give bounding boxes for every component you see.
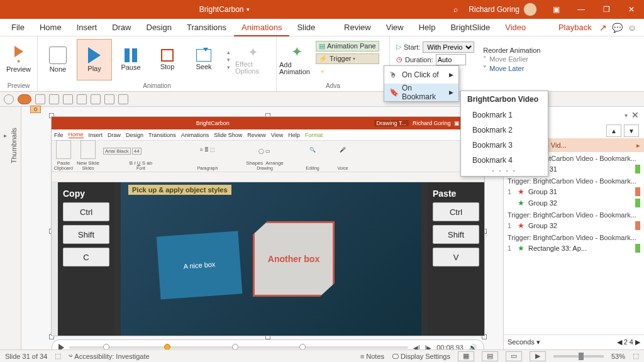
embed-qat bbox=[52, 172, 484, 182]
normal-view-icon[interactable]: ▦ bbox=[458, 351, 474, 361]
qat-item[interactable] bbox=[91, 94, 101, 104]
key-v: V bbox=[433, 248, 479, 266]
anim-play[interactable]: Play bbox=[77, 39, 112, 80]
pane-close-icon[interactable]: ✕ bbox=[631, 110, 639, 120]
animation-item[interactable]: 1★Rectangle 33: Ap... bbox=[504, 243, 644, 254]
paste-keys-panel: Paste Ctrl Shift V bbox=[428, 182, 484, 336]
qat-item[interactable] bbox=[118, 94, 128, 104]
accessibility-button[interactable]: ༄ Accessibility: Investigate bbox=[69, 353, 149, 360]
zoom-level[interactable]: 53% bbox=[611, 353, 625, 360]
trigger-button[interactable]: ⚡Trigger▾ bbox=[316, 53, 379, 64]
search-icon[interactable]: ⌕ bbox=[448, 5, 462, 14]
display-settings-button[interactable]: 🖵 Display Settings bbox=[392, 353, 450, 360]
key-c: C bbox=[63, 248, 109, 266]
bookmark-2[interactable]: Bookmark 2 bbox=[461, 123, 548, 138]
anim-seek[interactable]: Seek bbox=[186, 39, 221, 80]
slideshow-view-icon[interactable]: ▶ bbox=[530, 351, 546, 361]
tab-transitions[interactable]: Transitions bbox=[179, 19, 234, 36]
move-up-button[interactable]: ▲ bbox=[606, 124, 621, 137]
move-later[interactable]: ˅Move Later bbox=[483, 65, 540, 73]
animation-painter[interactable]: ✦ bbox=[316, 66, 379, 79]
bookmark-4[interactable]: Bookmark 4 bbox=[461, 153, 548, 168]
duration-input[interactable] bbox=[436, 54, 466, 65]
tab-playback[interactable]: Playback bbox=[551, 19, 599, 36]
another-box-shape[interactable]: Another box bbox=[253, 221, 335, 297]
qat-item[interactable] bbox=[63, 94, 73, 104]
slide-canvas[interactable]: 0 BrightCarbon Drawing T... Richard Gori… bbox=[21, 107, 503, 349]
key-ctrl: Ctrl bbox=[63, 202, 109, 221]
start-select[interactable]: With Previous bbox=[423, 41, 474, 53]
qat-item[interactable] bbox=[104, 94, 114, 104]
sorter-view-icon[interactable]: ▤ bbox=[482, 351, 498, 361]
embed-ribbon: PasteClipboard New SlideSlides Arial Bla… bbox=[52, 141, 484, 172]
tab-insert[interactable]: Insert bbox=[69, 19, 105, 36]
bookmark-header: BrightCarbon Video bbox=[461, 91, 548, 107]
anim-pause[interactable]: Pause bbox=[113, 39, 148, 80]
fit-to-window-icon[interactable]: ⬚ bbox=[633, 352, 639, 360]
animation-pane-button[interactable]: ▤Animation Pane bbox=[316, 41, 379, 52]
timeline-nav[interactable]: ◀ 2 4 ▶ bbox=[617, 338, 640, 346]
slide-tag: 0 bbox=[30, 106, 41, 113]
trigger-on-bookmark[interactable]: 🔖On Bookmark▶ bbox=[384, 84, 458, 101]
share-icon[interactable]: ↗ bbox=[599, 23, 607, 33]
add-animation[interactable]: ✦Add Animation bbox=[279, 39, 314, 80]
minimize-icon[interactable]: — bbox=[569, 0, 594, 19]
tab-review[interactable]: Review bbox=[336, 19, 379, 36]
preview-button[interactable]: ★Preview bbox=[3, 39, 35, 80]
thumbnails-panel[interactable]: Thumbnails ▸ bbox=[0, 107, 21, 349]
animation-item[interactable]: 1★Group 32 bbox=[504, 220, 644, 231]
key-shift: Shift bbox=[63, 225, 109, 244]
restore-icon[interactable]: ❐ bbox=[594, 0, 619, 19]
document-title[interactable]: BrightCarbon▾ bbox=[197, 5, 252, 14]
tab-draw[interactable]: Draw bbox=[104, 19, 138, 36]
ribbon: ★Preview Preview None Play Pause Stop Se… bbox=[0, 36, 644, 92]
move-down-button[interactable]: ▼ bbox=[624, 124, 639, 137]
tab-home[interactable]: Home bbox=[32, 19, 69, 36]
close-icon[interactable]: ✕ bbox=[619, 0, 644, 19]
group-label-advanced: Adva bbox=[279, 81, 387, 91]
avatar bbox=[523, 3, 537, 16]
group-label-animation: Animation bbox=[40, 81, 274, 91]
tab-help[interactable]: Help bbox=[411, 19, 443, 36]
notes-button[interactable]: ≡ Notes bbox=[360, 353, 384, 360]
reading-view-icon[interactable]: ▭ bbox=[506, 351, 522, 361]
anim-none[interactable]: None bbox=[40, 39, 75, 80]
tab-video-format[interactable]: Video Format bbox=[497, 19, 551, 36]
bookmark-submenu: BrightCarbon Video Bookmark 1 Bookmark 2… bbox=[460, 90, 548, 177]
bookmark-1[interactable]: Bookmark 1 bbox=[461, 107, 548, 123]
embedded-video-object[interactable]: BrightCarbon Drawing T... Richard Goring… bbox=[52, 117, 484, 336]
pane-dropdown-icon[interactable]: ▾ bbox=[625, 112, 628, 119]
video-track[interactable] bbox=[69, 346, 408, 349]
qat-item[interactable] bbox=[49, 94, 59, 104]
hint-banner: Pick up & apply object styles bbox=[128, 185, 231, 195]
animation-item[interactable]: 1★Group 31 bbox=[504, 186, 644, 197]
qat-item[interactable] bbox=[77, 94, 87, 104]
tab-design[interactable]: Design bbox=[139, 19, 179, 36]
trigger-on-click[interactable]: 🖱On Click of▶ bbox=[384, 66, 458, 84]
zoom-slider[interactable] bbox=[553, 355, 604, 358]
tab-brightslide[interactable]: BrightSlide bbox=[443, 19, 497, 36]
effect-options: ✦Effect Options bbox=[235, 39, 270, 80]
tab-slideshow[interactable]: Slide Show bbox=[289, 19, 336, 36]
qat-item[interactable] bbox=[35, 94, 45, 104]
ribbon-tabs: File Home Insert Draw Design Transitions… bbox=[0, 19, 644, 36]
comments-icon[interactable]: 💬 bbox=[612, 23, 623, 33]
language-indicator[interactable]: ⬚ bbox=[55, 352, 61, 360]
slide-counter[interactable]: Slide 31 of 34 bbox=[5, 353, 47, 360]
tab-file[interactable]: File bbox=[4, 19, 32, 36]
anim-stop[interactable]: Stop bbox=[150, 39, 185, 80]
qat-item[interactable] bbox=[4, 94, 14, 104]
bookmark-3[interactable]: Bookmark 3 bbox=[461, 138, 548, 153]
nice-box-shape: A nice box bbox=[157, 231, 243, 300]
smiley-icon[interactable]: ☺ bbox=[628, 23, 636, 33]
qat-item[interactable] bbox=[18, 94, 31, 104]
tab-view[interactable]: View bbox=[379, 19, 411, 36]
timeline-mode[interactable]: Seconds ▾ bbox=[508, 338, 540, 346]
anim-gallery-more[interactable]: ▴▾▾ bbox=[223, 49, 234, 70]
trigger-header: Trigger: BrightCarbon Video - Bookmark..… bbox=[504, 209, 644, 220]
animation-item[interactable]: ★Group 32 bbox=[504, 197, 644, 209]
ribbon-display-options-icon[interactable]: ▣ bbox=[543, 0, 569, 19]
tab-animations[interactable]: Animations bbox=[234, 19, 289, 36]
key-shift: Shift bbox=[433, 225, 479, 244]
account-button[interactable]: Richard Goring bbox=[462, 3, 543, 16]
